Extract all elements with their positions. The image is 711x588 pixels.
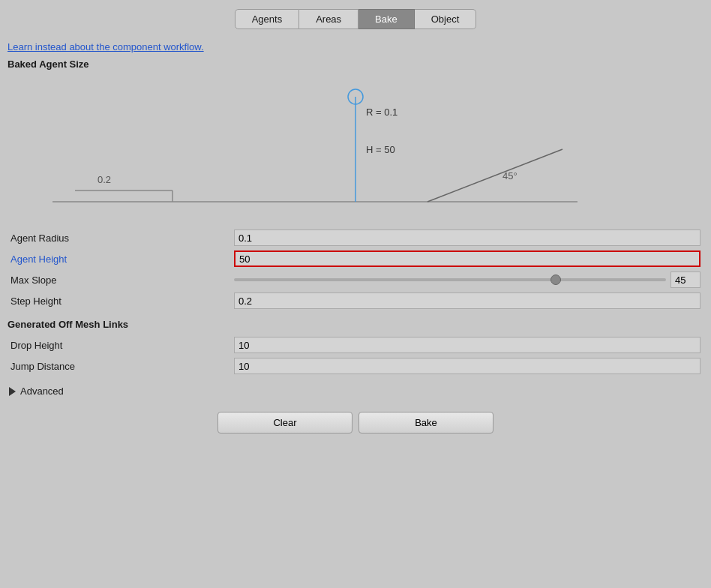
- jump-distance-input[interactable]: [234, 358, 700, 374]
- max-slope-value[interactable]: [670, 272, 700, 288]
- agent-radius-input[interactable]: [234, 230, 700, 246]
- bake-button[interactable]: Bake: [358, 412, 494, 434]
- jump-distance-label: Jump Distance: [8, 356, 232, 376]
- clear-button[interactable]: Clear: [218, 412, 352, 434]
- agent-height-row: Agent Height: [8, 248, 704, 269]
- drop-height-input[interactable]: [234, 337, 700, 353]
- offmesh-section: Generated Off Mesh Links Drop Height Jum…: [8, 319, 704, 376]
- agent-radius-row: Agent Radius: [8, 227, 704, 248]
- baked-agent-size-title: Baked Agent Size: [8, 58, 704, 70]
- tab-bar: Agents Areas Bake Object: [0, 0, 711, 35]
- step-height-cell: [232, 290, 704, 311]
- agent-height-cell: [232, 248, 704, 269]
- agent-height-input[interactable]: [234, 250, 700, 267]
- max-slope-label: Max Slope: [8, 269, 232, 290]
- tab-object[interactable]: Object: [415, 9, 477, 29]
- svg-line-2: [428, 149, 562, 202]
- advanced-row[interactable]: Advanced: [8, 386, 704, 397]
- bottom-buttons: Clear Bake: [8, 407, 704, 441]
- step-height-input[interactable]: [234, 292, 700, 309]
- agent-radius-label: Agent Radius: [8, 227, 232, 248]
- step-height-row: Step Height: [8, 290, 704, 311]
- advanced-triangle-icon: [9, 387, 16, 396]
- agent-height-label: Agent Height: [8, 248, 232, 269]
- tab-bake[interactable]: Bake: [358, 9, 415, 29]
- max-slope-row: Max Slope: [8, 269, 704, 290]
- max-slope-slider[interactable]: [234, 278, 666, 281]
- step-height-label: Step Height: [8, 290, 232, 311]
- tab-agents[interactable]: Agents: [235, 9, 299, 29]
- jump-distance-cell: [232, 356, 704, 376]
- tab-areas[interactable]: Areas: [299, 9, 358, 29]
- workflow-link[interactable]: Learn instead about the component workfl…: [8, 41, 704, 52]
- agent-diagram: R = 0.1 H = 50 0.2 45°: [8, 74, 704, 224]
- max-slope-cell: [232, 269, 704, 290]
- agent-radius-cell: [232, 227, 704, 248]
- offmesh-title: Generated Off Mesh Links: [8, 319, 704, 330]
- angle-label: 45°: [502, 170, 518, 182]
- jump-distance-row: Jump Distance: [8, 356, 704, 376]
- drop-height-row: Drop Height: [8, 334, 704, 356]
- drop-height-cell: [232, 334, 704, 356]
- agent-diagram-svg: R = 0.1 H = 50 0.2 45°: [8, 74, 704, 224]
- step-label: 0.2: [98, 174, 111, 185]
- properties-table: Agent Radius Agent Height Max Slope: [8, 227, 704, 311]
- h-label: H = 50: [366, 144, 395, 155]
- offmesh-table: Drop Height Jump Distance: [8, 334, 704, 376]
- main-content: Learn instead about the component workfl…: [0, 35, 711, 448]
- drop-height-label: Drop Height: [8, 334, 232, 356]
- advanced-label: Advanced: [20, 386, 64, 397]
- r-label: R = 0.1: [366, 106, 398, 118]
